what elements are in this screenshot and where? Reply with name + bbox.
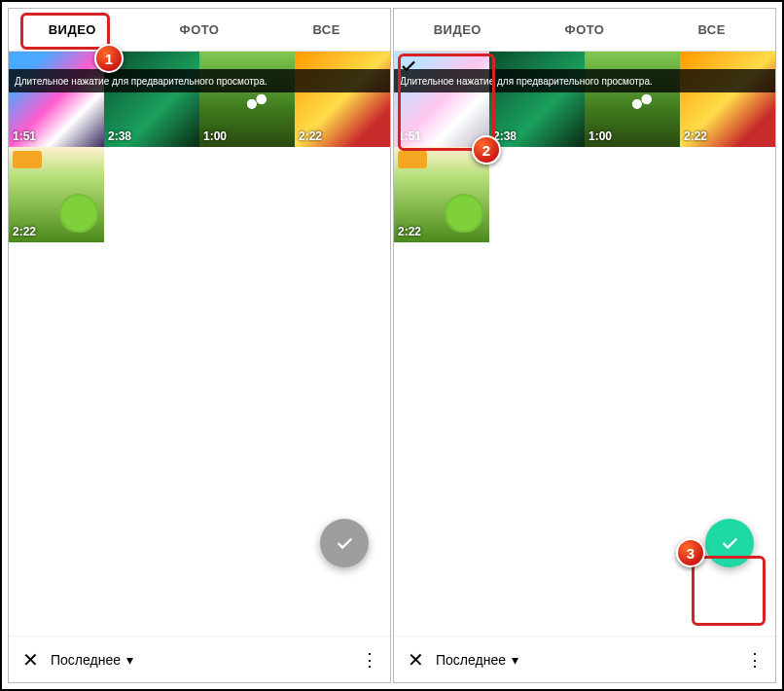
phone-right: ВИДЕО ФОТО ВСЕ 1:51 2:38 1:00 2:22 2:22 … bbox=[393, 8, 776, 683]
video-thumb[interactable]: 1:00 bbox=[199, 52, 295, 147]
duration-label: 2:38 bbox=[493, 129, 517, 143]
chevron-down-icon: ▾ bbox=[126, 652, 133, 668]
duration-label: 1:51 bbox=[398, 129, 421, 143]
more-button[interactable]: ⋮ bbox=[746, 649, 762, 671]
duration-label: 2:22 bbox=[299, 129, 322, 143]
video-thumb-selected[interactable]: 1:51 bbox=[394, 52, 489, 147]
duration-label: 2:22 bbox=[398, 225, 421, 238]
video-thumb[interactable]: 2:22 bbox=[680, 52, 775, 147]
duration-label: 2:38 bbox=[108, 129, 131, 143]
close-button[interactable]: ✕ bbox=[408, 648, 424, 672]
hint-banner: Длительное нажатие для предварительного … bbox=[9, 69, 390, 92]
duration-label: 1:00 bbox=[588, 129, 612, 143]
confirm-fab[interactable] bbox=[705, 519, 754, 567]
gallery: 1:51 2:38 1:00 2:22 2:22 Длительное нажа… bbox=[9, 52, 390, 636]
more-button[interactable]: ⋮ bbox=[361, 649, 376, 671]
selected-check-icon bbox=[400, 57, 417, 79]
album-selector[interactable]: Последнее ▾ bbox=[51, 652, 133, 668]
gallery: 1:51 2:38 1:00 2:22 2:22 Длительное нажа… bbox=[394, 52, 775, 636]
duration-label: 2:22 bbox=[13, 225, 36, 238]
album-label: Последнее bbox=[436, 652, 506, 668]
bottom-bar: ✕ Последнее ▾ ⋮ bbox=[394, 636, 775, 682]
tab-photo[interactable]: ФОТО bbox=[521, 9, 649, 51]
duration-label: 1:51 bbox=[13, 129, 36, 143]
bottom-bar: ✕ Последнее ▾ ⋮ bbox=[9, 636, 390, 682]
video-thumb[interactable]: 2:38 bbox=[489, 52, 585, 147]
chevron-down-icon: ▾ bbox=[512, 652, 518, 668]
close-button[interactable]: ✕ bbox=[22, 648, 39, 672]
tab-video[interactable]: ВИДЕО bbox=[394, 9, 521, 51]
check-icon bbox=[719, 532, 740, 554]
video-thumb[interactable]: 2:22 bbox=[9, 147, 104, 242]
video-thumb[interactable]: 2:22 bbox=[295, 52, 390, 147]
album-selector[interactable]: Последнее ▾ bbox=[436, 652, 518, 668]
tabs: ВИДЕО ФОТО ВСЕ bbox=[9, 9, 390, 52]
tab-all[interactable]: ВСЕ bbox=[263, 9, 390, 51]
tabs: ВИДЕО ФОТО ВСЕ bbox=[394, 9, 775, 52]
video-thumb[interactable]: 2:38 bbox=[104, 52, 199, 147]
hint-banner: Длительное нажатие для предварительного … bbox=[394, 69, 775, 92]
tab-photo[interactable]: ФОТО bbox=[136, 9, 264, 51]
check-icon bbox=[334, 532, 355, 554]
duration-label: 1:00 bbox=[203, 129, 227, 143]
video-thumb[interactable]: 1:00 bbox=[585, 52, 680, 147]
phone-left: ВИДЕО ФОТО ВСЕ 1:51 2:38 1:00 2:22 2:22 … bbox=[8, 8, 391, 683]
video-thumb[interactable]: 1:51 bbox=[9, 52, 104, 147]
album-label: Последнее bbox=[51, 652, 121, 668]
duration-label: 2:22 bbox=[684, 129, 707, 143]
tab-all[interactable]: ВСЕ bbox=[648, 9, 775, 51]
confirm-fab[interactable] bbox=[320, 519, 369, 567]
video-thumb[interactable]: 2:22 bbox=[394, 147, 489, 242]
tab-video[interactable]: ВИДЕО bbox=[9, 9, 136, 51]
